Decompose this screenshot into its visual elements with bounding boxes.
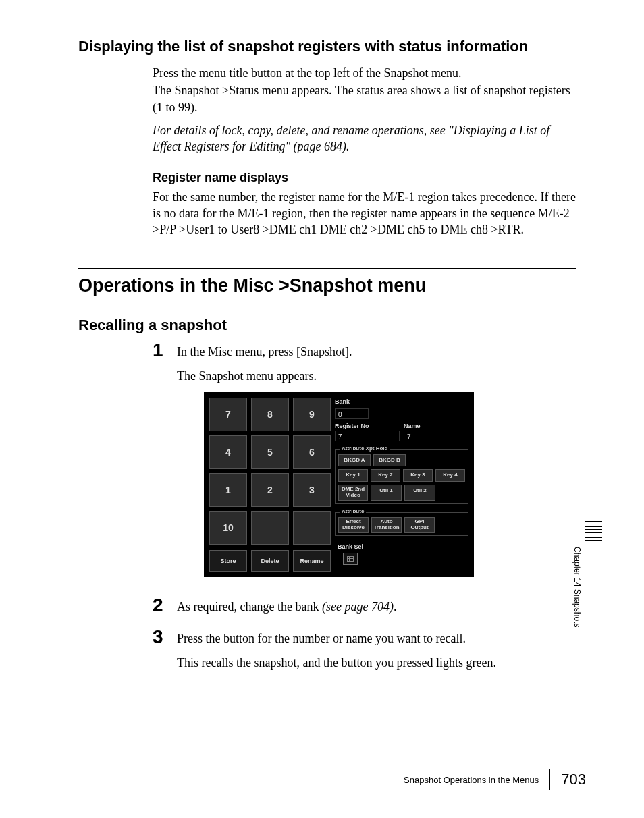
- step3-p2: This recalls the snapshot, and the butto…: [177, 655, 576, 671]
- step-number: 1: [153, 341, 177, 360]
- key3-button[interactable]: Key 3: [403, 469, 433, 482]
- step-1: 1 In the Misc menu, press [Snapshot]. Th…: [153, 344, 576, 593]
- attribute-xpt-hold-group: Attribute Xpt Hold BKGD A BKGD B Key 1 K…: [335, 449, 468, 504]
- rename-button[interactable]: Rename: [293, 550, 331, 572]
- step1-p1: In the Misc menu, press [Snapshot].: [177, 344, 576, 360]
- bank-sel-button[interactable]: Bank Sel: [335, 543, 366, 565]
- keypad-4[interactable]: 4: [209, 435, 247, 469]
- footer-section-title: Snapshot Operations in the Menus: [404, 775, 539, 785]
- step3-p1: Press the button for the number or name …: [177, 630, 576, 647]
- snapshot-keypad: 7 8 9 4 5 6 1 2 3 10: [209, 398, 331, 572]
- paragraph-heading-register-name: Register name displays: [153, 169, 576, 186]
- attribute-group: Attribute Effect Dissolve Auto Transitio…: [335, 512, 468, 537]
- intro-p2: The Snapshot >Status menu appears. The s…: [153, 82, 576, 115]
- keypad-10[interactable]: 10: [209, 511, 247, 545]
- bank-sel-label: Bank Sel: [338, 543, 363, 551]
- step-2: 2 As required, change the bank (see page…: [153, 599, 576, 623]
- thumb-index: Chapter 14 Snapshots: [572, 520, 602, 627]
- step2-text: As required, change the bank: [177, 600, 322, 614]
- keypad-blank-a[interactable]: [251, 511, 289, 545]
- keypad-6[interactable]: 6: [293, 435, 331, 469]
- util1-button[interactable]: Util 1: [371, 485, 402, 501]
- grid-icon: [343, 553, 358, 565]
- keypad-2[interactable]: 2: [251, 473, 289, 507]
- xpt-hold-label: Attribute Xpt Hold: [340, 445, 390, 453]
- keypad-1[interactable]: 1: [209, 473, 247, 507]
- intro-block: Press the menu title button at the top l…: [153, 65, 576, 238]
- bank-value: 0: [335, 408, 369, 419]
- keypad-blank-b[interactable]: [293, 511, 331, 545]
- snapshot-right-panel: Bank 0 Register No 7 Name 7 Attribut: [335, 398, 468, 572]
- gpi-output-button[interactable]: GPI Output: [404, 517, 435, 533]
- bkgd-b-button[interactable]: BKGD B: [373, 454, 406, 467]
- footer-divider: [549, 769, 550, 790]
- section-subheading-display-list: Displaying the list of snapshot register…: [78, 38, 576, 55]
- keypad-8[interactable]: 8: [251, 398, 289, 431]
- thumb-index-lines-icon: [585, 520, 602, 541]
- key2-button[interactable]: Key 2: [371, 469, 400, 482]
- section-rule: [78, 268, 576, 269]
- key1-button[interactable]: Key 1: [338, 469, 368, 482]
- step-number: 3: [153, 628, 177, 647]
- key4-button[interactable]: Key 4: [435, 469, 465, 482]
- step2-tail: .: [394, 600, 397, 614]
- step1-p2: The Snapshot menu appears.: [177, 368, 576, 384]
- step-3: 3 Press the button for the number or nam…: [153, 630, 576, 680]
- effect-dissolve-button[interactable]: Effect Dissolve: [338, 517, 369, 533]
- auto-transition-button[interactable]: Auto Transition: [371, 517, 402, 533]
- keypad-7[interactable]: 7: [209, 398, 247, 431]
- name-label: Name: [404, 422, 468, 430]
- dme-2nd-video-button[interactable]: DME 2nd Video: [338, 485, 368, 501]
- util2-button[interactable]: Util 2: [404, 485, 435, 501]
- intro-xref: For details of lock, copy, delete, and r…: [153, 122, 576, 155]
- bank-label: Bank: [335, 398, 468, 406]
- intro-p1: Press the menu title button at the top l…: [153, 65, 576, 81]
- section-subheading-recalling: Recalling a snapshot: [78, 317, 576, 334]
- keypad-5[interactable]: 5: [251, 435, 289, 469]
- delete-button[interactable]: Delete: [251, 550, 289, 572]
- thumb-index-label: Chapter 14 Snapshots: [572, 547, 582, 627]
- keypad-3[interactable]: 3: [293, 473, 331, 507]
- step2-xref: (see page 704): [322, 600, 394, 614]
- page-number: 703: [561, 771, 586, 788]
- keypad-9[interactable]: 9: [293, 398, 331, 431]
- step-number: 2: [153, 596, 177, 615]
- bkgd-a-button[interactable]: BKGD A: [338, 454, 371, 467]
- steps-list: 1 In the Misc menu, press [Snapshot]. Th…: [153, 344, 576, 679]
- page-footer: Snapshot Operations in the Menus 703: [404, 769, 586, 790]
- attribute-label: Attribute: [340, 508, 366, 516]
- register-name-body: For the same number, the register name f…: [153, 189, 576, 238]
- snapshot-menu-figure: 7 8 9 4 5 6 1 2 3 10: [204, 392, 474, 577]
- regno-label: Register No: [335, 422, 400, 430]
- step2-p1: As required, change the bank (see page 7…: [177, 599, 576, 615]
- store-button[interactable]: Store: [209, 550, 247, 572]
- section-heading-operations: Operations in the Misc >Snapshot menu: [78, 275, 576, 296]
- regno-value: 7: [335, 431, 400, 441]
- name-value: 7: [404, 431, 468, 441]
